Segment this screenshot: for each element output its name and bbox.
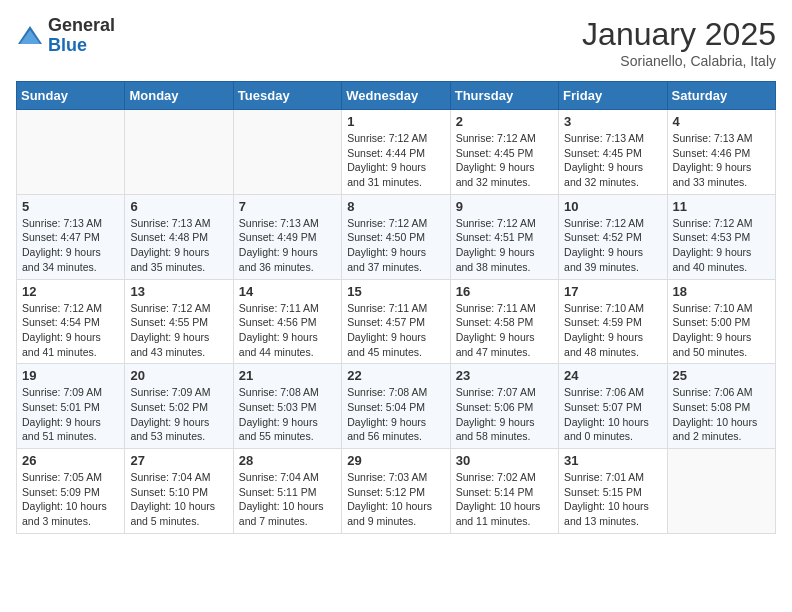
day-info: Sunrise: 7:11 AM Sunset: 4:58 PM Dayligh… [456,301,553,360]
calendar-cell: 16Sunrise: 7:11 AM Sunset: 4:58 PM Dayli… [450,279,558,364]
day-info: Sunrise: 7:06 AM Sunset: 5:07 PM Dayligh… [564,385,661,444]
day-number: 14 [239,284,336,299]
day-number: 21 [239,368,336,383]
calendar-cell: 3Sunrise: 7:13 AM Sunset: 4:45 PM Daylig… [559,110,667,195]
calendar-table: SundayMondayTuesdayWednesdayThursdayFrid… [16,81,776,534]
day-number: 20 [130,368,227,383]
day-number: 1 [347,114,444,129]
day-number: 15 [347,284,444,299]
calendar-cell: 11Sunrise: 7:12 AM Sunset: 4:53 PM Dayli… [667,194,775,279]
calendar-cell: 7Sunrise: 7:13 AM Sunset: 4:49 PM Daylig… [233,194,341,279]
calendar-cell: 12Sunrise: 7:12 AM Sunset: 4:54 PM Dayli… [17,279,125,364]
day-info: Sunrise: 7:12 AM Sunset: 4:52 PM Dayligh… [564,216,661,275]
day-number: 8 [347,199,444,214]
day-number: 16 [456,284,553,299]
day-info: Sunrise: 7:12 AM Sunset: 4:54 PM Dayligh… [22,301,119,360]
day-info: Sunrise: 7:13 AM Sunset: 4:45 PM Dayligh… [564,131,661,190]
page-header: General Blue January 2025 Sorianello, Ca… [16,16,776,69]
logo-blue-text: Blue [48,35,87,55]
weekday-header-saturday: Saturday [667,82,775,110]
day-info: Sunrise: 7:06 AM Sunset: 5:08 PM Dayligh… [673,385,770,444]
calendar-week-row: 26Sunrise: 7:05 AM Sunset: 5:09 PM Dayli… [17,449,776,534]
day-info: Sunrise: 7:05 AM Sunset: 5:09 PM Dayligh… [22,470,119,529]
calendar-week-row: 5Sunrise: 7:13 AM Sunset: 4:47 PM Daylig… [17,194,776,279]
day-info: Sunrise: 7:10 AM Sunset: 4:59 PM Dayligh… [564,301,661,360]
calendar-cell: 23Sunrise: 7:07 AM Sunset: 5:06 PM Dayli… [450,364,558,449]
weekday-header-thursday: Thursday [450,82,558,110]
day-info: Sunrise: 7:13 AM Sunset: 4:49 PM Dayligh… [239,216,336,275]
day-number: 3 [564,114,661,129]
day-info: Sunrise: 7:08 AM Sunset: 5:03 PM Dayligh… [239,385,336,444]
day-number: 30 [456,453,553,468]
calendar-cell: 10Sunrise: 7:12 AM Sunset: 4:52 PM Dayli… [559,194,667,279]
day-info: Sunrise: 7:09 AM Sunset: 5:01 PM Dayligh… [22,385,119,444]
day-info: Sunrise: 7:03 AM Sunset: 5:12 PM Dayligh… [347,470,444,529]
weekday-header-tuesday: Tuesday [233,82,341,110]
day-info: Sunrise: 7:11 AM Sunset: 4:57 PM Dayligh… [347,301,444,360]
day-info: Sunrise: 7:08 AM Sunset: 5:04 PM Dayligh… [347,385,444,444]
day-info: Sunrise: 7:07 AM Sunset: 5:06 PM Dayligh… [456,385,553,444]
calendar-cell: 8Sunrise: 7:12 AM Sunset: 4:50 PM Daylig… [342,194,450,279]
day-number: 6 [130,199,227,214]
day-number: 24 [564,368,661,383]
day-number: 17 [564,284,661,299]
day-number: 4 [673,114,770,129]
day-info: Sunrise: 7:12 AM Sunset: 4:53 PM Dayligh… [673,216,770,275]
calendar-header-row: SundayMondayTuesdayWednesdayThursdayFrid… [17,82,776,110]
weekday-header-monday: Monday [125,82,233,110]
calendar-cell: 19Sunrise: 7:09 AM Sunset: 5:01 PM Dayli… [17,364,125,449]
day-number: 11 [673,199,770,214]
month-title: January 2025 [582,16,776,53]
calendar-cell: 29Sunrise: 7:03 AM Sunset: 5:12 PM Dayli… [342,449,450,534]
calendar-cell: 22Sunrise: 7:08 AM Sunset: 5:04 PM Dayli… [342,364,450,449]
day-number: 2 [456,114,553,129]
calendar-cell: 4Sunrise: 7:13 AM Sunset: 4:46 PM Daylig… [667,110,775,195]
day-info: Sunrise: 7:13 AM Sunset: 4:48 PM Dayligh… [130,216,227,275]
day-number: 19 [22,368,119,383]
day-number: 12 [22,284,119,299]
day-number: 13 [130,284,227,299]
calendar-cell: 6Sunrise: 7:13 AM Sunset: 4:48 PM Daylig… [125,194,233,279]
calendar-cell [667,449,775,534]
logo-icon [16,22,44,50]
day-info: Sunrise: 7:11 AM Sunset: 4:56 PM Dayligh… [239,301,336,360]
day-info: Sunrise: 7:12 AM Sunset: 4:50 PM Dayligh… [347,216,444,275]
logo: General Blue [16,16,115,56]
logo-general-text: General [48,15,115,35]
day-info: Sunrise: 7:02 AM Sunset: 5:14 PM Dayligh… [456,470,553,529]
day-info: Sunrise: 7:04 AM Sunset: 5:11 PM Dayligh… [239,470,336,529]
day-number: 10 [564,199,661,214]
day-info: Sunrise: 7:13 AM Sunset: 4:46 PM Dayligh… [673,131,770,190]
calendar-cell: 30Sunrise: 7:02 AM Sunset: 5:14 PM Dayli… [450,449,558,534]
calendar-week-row: 19Sunrise: 7:09 AM Sunset: 5:01 PM Dayli… [17,364,776,449]
calendar-cell [125,110,233,195]
day-info: Sunrise: 7:12 AM Sunset: 4:45 PM Dayligh… [456,131,553,190]
calendar-cell: 31Sunrise: 7:01 AM Sunset: 5:15 PM Dayli… [559,449,667,534]
weekday-header-friday: Friday [559,82,667,110]
calendar-cell: 20Sunrise: 7:09 AM Sunset: 5:02 PM Dayli… [125,364,233,449]
calendar-cell: 1Sunrise: 7:12 AM Sunset: 4:44 PM Daylig… [342,110,450,195]
calendar-cell: 15Sunrise: 7:11 AM Sunset: 4:57 PM Dayli… [342,279,450,364]
day-info: Sunrise: 7:12 AM Sunset: 4:44 PM Dayligh… [347,131,444,190]
day-number: 7 [239,199,336,214]
calendar-cell [233,110,341,195]
calendar-cell: 2Sunrise: 7:12 AM Sunset: 4:45 PM Daylig… [450,110,558,195]
calendar-cell: 21Sunrise: 7:08 AM Sunset: 5:03 PM Dayli… [233,364,341,449]
calendar-cell: 26Sunrise: 7:05 AM Sunset: 5:09 PM Dayli… [17,449,125,534]
calendar-cell: 5Sunrise: 7:13 AM Sunset: 4:47 PM Daylig… [17,194,125,279]
day-info: Sunrise: 7:13 AM Sunset: 4:47 PM Dayligh… [22,216,119,275]
calendar-cell: 25Sunrise: 7:06 AM Sunset: 5:08 PM Dayli… [667,364,775,449]
location-text: Sorianello, Calabria, Italy [582,53,776,69]
day-info: Sunrise: 7:12 AM Sunset: 4:55 PM Dayligh… [130,301,227,360]
day-number: 5 [22,199,119,214]
day-info: Sunrise: 7:12 AM Sunset: 4:51 PM Dayligh… [456,216,553,275]
day-number: 27 [130,453,227,468]
day-number: 26 [22,453,119,468]
calendar-cell: 24Sunrise: 7:06 AM Sunset: 5:07 PM Dayli… [559,364,667,449]
day-number: 29 [347,453,444,468]
calendar-cell: 27Sunrise: 7:04 AM Sunset: 5:10 PM Dayli… [125,449,233,534]
day-number: 31 [564,453,661,468]
calendar-cell [17,110,125,195]
calendar-cell: 18Sunrise: 7:10 AM Sunset: 5:00 PM Dayli… [667,279,775,364]
calendar-cell: 17Sunrise: 7:10 AM Sunset: 4:59 PM Dayli… [559,279,667,364]
